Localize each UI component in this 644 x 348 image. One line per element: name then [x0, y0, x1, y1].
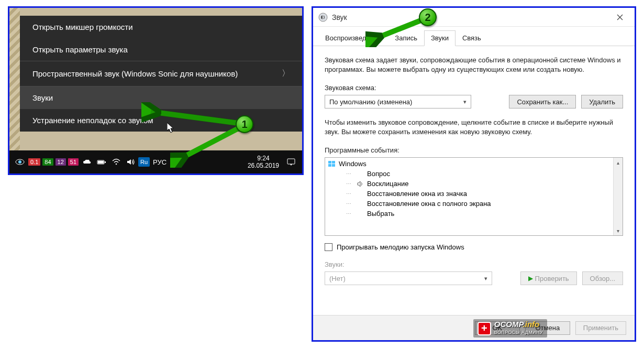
event-sound-icon	[357, 181, 364, 187]
svg-rect-8	[328, 161, 331, 164]
event-label: Восстановление окна с полного экрана	[367, 200, 491, 208]
svg-point-1	[18, 160, 21, 164]
tab-communications[interactable]: Связь	[456, 30, 488, 46]
tree-connector: ⋯	[346, 211, 353, 216]
wallpaper	[9, 8, 20, 152]
eye-icon[interactable]	[15, 157, 25, 167]
windows-icon	[328, 161, 336, 167]
scheme-select[interactable]: По умолчанию (изменена) ▾	[325, 95, 471, 108]
menu-open-volume-mixer[interactable]: Открыть микшер громкости	[20, 16, 303, 38]
svg-rect-11	[332, 164, 335, 167]
sound-app-icon	[318, 13, 328, 22]
svg-rect-6	[287, 159, 295, 164]
svg-rect-4	[98, 161, 104, 164]
sounds-label: Звуки:	[325, 260, 623, 268]
events-listbox[interactable]: Windows ⋯ Вопрос ⋯ Восклицание ⋯	[325, 157, 623, 236]
tray-badge[interactable]: 84	[42, 158, 53, 166]
svg-point-7	[319, 13, 327, 21]
tree-connector: ⋯	[346, 181, 353, 187]
svg-rect-10	[328, 164, 331, 167]
watermark: + OCOMP.info ВОПРОСЫ АДМИНУ	[473, 319, 547, 338]
event-label: Вопрос	[367, 170, 390, 178]
tray-badge[interactable]: 12	[55, 158, 66, 166]
sound-dialog: Звук Воспроизведение Запись Звуки Связь …	[312, 6, 636, 342]
play-icon: ▶	[528, 275, 533, 282]
svg-line-15	[373, 20, 422, 39]
volume-icon[interactable]	[126, 157, 136, 167]
svg-line-13	[151, 112, 238, 123]
scroll-up-icon[interactable]: ▴	[614, 158, 623, 167]
scrollbar[interactable]: ▴ ▾	[613, 158, 623, 235]
events-label: Программные события:	[325, 146, 623, 154]
play-startup-sound-checkbox[interactable]	[325, 243, 332, 251]
event-item[interactable]: ⋯ Вопрос	[327, 169, 611, 179]
close-button[interactable]	[610, 9, 629, 25]
action-center-icon[interactable]	[283, 158, 299, 166]
svg-rect-9	[332, 161, 335, 164]
tray-badge[interactable]: 51	[68, 158, 79, 166]
play-startup-sound-label: Проигрывать мелодию запуска Windows	[337, 243, 464, 251]
annotation-marker-2: 2	[419, 8, 437, 26]
tabs: Воспроизведение Запись Звуки Связь	[313, 27, 635, 46]
event-item[interactable]: ⋯ Восстановление окна с полного экрана	[327, 199, 611, 209]
tray-clock[interactable]: 9:24 26.05.2019	[243, 155, 283, 169]
watermark-plus-icon: +	[478, 322, 491, 335]
browse-button: Обзор...	[582, 271, 623, 285]
scheme-label: Звуковая схема:	[325, 84, 623, 92]
tray-date: 26.05.2019	[248, 162, 279, 169]
event-item[interactable]: ⋯ Восстановление окна из значка	[327, 189, 611, 199]
watermark-text: OCOMP.info ВОПРОСЫ АДМИНУ	[494, 321, 543, 336]
tree-connector: ⋯	[346, 171, 353, 177]
event-label: Выбрать	[367, 210, 394, 218]
events-root[interactable]: Windows	[327, 159, 611, 169]
svg-rect-3	[105, 161, 106, 163]
event-label: Восстановление окна из значка	[367, 190, 467, 198]
sound-file-value: (Нет)	[329, 275, 346, 282]
chevron-down-icon: ▾	[484, 275, 487, 282]
test-button-label: Проверить	[535, 275, 569, 282]
annotation-marker-1: 1	[236, 115, 253, 133]
scheme-value: По умолчанию (изменена)	[329, 98, 412, 106]
tab-content: Звуковая схема задает звуки, сопровождаю…	[313, 46, 635, 290]
annotation-arrow	[365, 16, 426, 47]
lang-indicator-text[interactable]: РУС	[153, 158, 166, 166]
tray-badge[interactable]: 0.1	[28, 158, 40, 166]
lang-indicator-badge[interactable]: Ru	[138, 157, 150, 167]
left-screenshot: Открыть микшер громкости Открыть парамет…	[8, 6, 304, 175]
titlebar: Звук	[313, 8, 635, 27]
wifi-icon[interactable]	[111, 157, 121, 167]
onedrive-icon[interactable]	[82, 157, 92, 167]
test-button: ▶ Проверить	[520, 271, 577, 285]
delete-button[interactable]: Удалить	[581, 95, 623, 108]
tab-sounds[interactable]: Звуки	[424, 30, 456, 46]
event-item[interactable]: ⋯ Восклицание	[327, 179, 611, 189]
battery-icon[interactable]	[96, 157, 107, 167]
save-as-button[interactable]: Сохранить как...	[509, 95, 576, 108]
event-label: Восклицание	[367, 180, 408, 188]
tree-connector: ⋯	[346, 201, 353, 206]
window-title: Звук	[332, 13, 347, 21]
chevron-down-icon: ▾	[463, 99, 467, 105]
taskbar: 0.1 84 12 51 Ru РУС 9:24 26.05.2019	[9, 150, 302, 173]
event-item[interactable]: ⋯ Выбрать	[327, 209, 611, 219]
tree-connector: ⋯	[346, 191, 353, 197]
sound-file-select: (Нет) ▾	[325, 271, 492, 285]
events-root-label: Windows	[339, 160, 367, 168]
tray-time: 9:24	[248, 155, 279, 162]
chevron-right-icon: 〉	[282, 68, 290, 79]
events-description: Чтобы изменить звуковое сопровождение, щ…	[325, 118, 623, 137]
scheme-description: Звуковая схема задает звуки, сопровождаю…	[325, 56, 623, 74]
scroll-down-icon[interactable]: ▾	[614, 226, 623, 235]
annotation-arrow	[170, 126, 243, 168]
menu-open-sound-settings[interactable]: Открыть параметры звука	[20, 38, 303, 61]
apply-button: Применить	[575, 321, 626, 335]
menu-spatial-sound[interactable]: Пространственный звук (Windows Sonic для…	[20, 61, 303, 86]
svg-line-14	[178, 128, 238, 160]
svg-point-5	[116, 164, 117, 165]
